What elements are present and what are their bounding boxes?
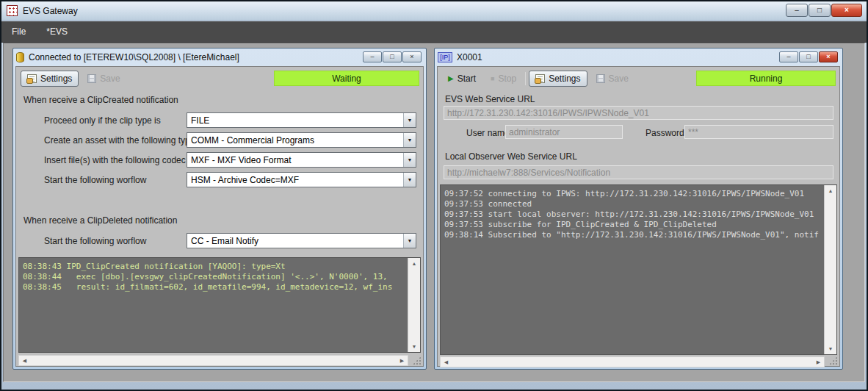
left-window-title: Connected to [ETEREW10\SQL2008] \ [Etere…	[29, 52, 358, 62]
left-window-titlebar[interactable]: Connected to [ETEREW10\SQL2008] \ [Etere…	[13, 49, 426, 65]
clip-type-label: Proceed only if the clip type is	[44, 115, 161, 126]
observer-url-input[interactable]	[444, 165, 833, 179]
right-log-vscrollbar[interactable]: ▲ ▼	[824, 185, 836, 354]
deleted-workflow-combo[interactable]: CC - Email Notify ▼	[187, 233, 416, 248]
right-window-titlebar[interactable]: [IP] X0001 – □ ×	[435, 49, 842, 65]
save-icon	[596, 74, 605, 83]
chevron-down-icon[interactable]: ▼	[403, 153, 416, 167]
maximize-icon: □	[817, 7, 822, 14]
username-input[interactable]	[505, 125, 623, 139]
save-label: Save	[609, 73, 629, 84]
main-titlebar[interactable]: EVS Gateway – □ ×	[1, 1, 867, 21]
log-line: 09:37:52 connecting to IPWS: http://172.…	[444, 189, 824, 199]
stop-button[interactable]: ■ Stop	[485, 71, 522, 86]
right-log-output: 09:37:52 connecting to IPWS: http://172.…	[440, 184, 837, 355]
minimize-icon: –	[795, 7, 799, 14]
maximize-icon: □	[390, 54, 394, 60]
chevron-down-icon[interactable]: ▼	[403, 133, 416, 147]
log-line: 08:38:43 IPD_ClipCreated notification [Y…	[23, 262, 408, 272]
menu-evs[interactable]: *EVS	[36, 23, 78, 40]
app-grid-icon	[7, 5, 18, 16]
resize-grip[interactable]	[828, 356, 838, 365]
database-icon	[16, 52, 24, 62]
chevron-down-icon[interactable]: ▼	[403, 113, 416, 127]
log-line: 09:37:53 connected	[444, 199, 824, 209]
deleted-workflow-label: Start the following worflow	[44, 236, 146, 246]
scroll-right-icon[interactable]: ▶	[397, 356, 408, 365]
settings-label: Settings	[549, 73, 580, 84]
evs-url-input[interactable]	[444, 106, 833, 120]
left-window-client: Settings Save Waiting When receive a Cli…	[15, 66, 424, 367]
chevron-down-icon[interactable]: ▼	[403, 234, 416, 248]
resize-grip[interactable]	[412, 356, 422, 365]
close-icon: ×	[410, 54, 413, 60]
left-log-output: 08:38:43 IPD_ClipCreated notification [Y…	[18, 257, 421, 353]
left-close-button[interactable]: ×	[402, 51, 422, 62]
close-button[interactable]: ×	[831, 4, 862, 17]
right-maximize-button[interactable]: □	[799, 51, 818, 62]
save-button[interactable]: Save	[590, 71, 634, 86]
right-window: [IP] X0001 – □ × ▶ Start ■ Stop	[434, 48, 843, 370]
right-log-hscrollbar[interactable]: ◀ ▶	[440, 356, 825, 367]
minimize-icon: –	[370, 54, 374, 60]
password-input[interactable]	[684, 125, 833, 139]
settings-button[interactable]: Settings	[21, 71, 79, 87]
password-label: Password	[645, 128, 684, 138]
start-button[interactable]: ▶ Start	[442, 71, 482, 86]
scroll-left-icon[interactable]: ◀	[19, 356, 30, 365]
right-minimize-button[interactable]: –	[779, 51, 798, 62]
left-log-vscrollbar[interactable]: ▲ ▼	[408, 258, 420, 352]
codec-label: Insert file(s) with the following codec	[44, 155, 186, 165]
minimize-icon: –	[786, 54, 790, 60]
asset-type-label: Create an asset with the following type	[44, 135, 195, 146]
chevron-down-icon[interactable]: ▼	[403, 173, 416, 187]
right-window-client: ▶ Start ■ Stop Settings Save	[437, 66, 840, 367]
log-line: 09:38:14 Subscribed to "http://172.31.23…	[444, 230, 824, 240]
scroll-left-icon[interactable]: ◀	[441, 357, 452, 367]
clip-type-combo[interactable]: FILE ▼	[187, 112, 416, 128]
scroll-down-icon[interactable]: ▼	[408, 341, 420, 352]
maximize-button[interactable]: □	[809, 4, 831, 17]
left-log-hscrollbar[interactable]: ◀ ▶	[18, 355, 408, 366]
asset-type-combo[interactable]: COMM - Commercial Programs ▼	[187, 132, 416, 148]
scroll-up-icon[interactable]: ▲	[408, 258, 420, 269]
menubar: File *EVS	[1, 21, 867, 43]
log-line: 08:38:44 exec [dbo].[evsgwy_clipCreatedN…	[23, 272, 408, 282]
status-badge: Waiting	[274, 71, 419, 86]
scroll-up-icon[interactable]: ▲	[825, 185, 836, 196]
scroll-down-icon[interactable]: ▼	[825, 343, 836, 354]
codec-combo[interactable]: MXF - MXF Video Format ▼	[187, 152, 416, 168]
save-button[interactable]: Save	[82, 71, 126, 86]
asset-type-value: COMM - Commercial Programs	[187, 135, 403, 146]
start-label: Start	[457, 73, 476, 84]
settings-button[interactable]: Settings	[529, 71, 587, 87]
observer-url-label: Local Observer Web Service URL	[445, 151, 577, 162]
play-icon: ▶	[448, 75, 454, 82]
username-label: User name	[466, 128, 510, 138]
left-window: Connected to [ETEREW10\SQL2008] \ [Etere…	[12, 48, 427, 370]
evs-url-label: EVS Web Service URL	[445, 94, 535, 104]
left-minimize-button[interactable]: –	[363, 51, 382, 62]
settings-icon	[27, 74, 37, 83]
deleted-workflow-value: CC - Email Notify	[187, 236, 403, 246]
mdi-area: Connected to [ETEREW10\SQL2008] \ [Etere…	[3, 43, 865, 382]
log-line: 09:37:53 subscribe for IPD_ClipCreated &…	[444, 220, 824, 230]
scroll-right-icon[interactable]: ▶	[813, 357, 824, 367]
ip-icon: [IP]	[438, 52, 452, 62]
clipcreated-section-label: When receive a ClipCreated notification	[23, 95, 178, 105]
maximize-icon: □	[806, 54, 810, 60]
clipdeleted-section-label: When receive a ClipDeleted notification	[23, 215, 177, 226]
stop-icon: ■	[491, 76, 494, 82]
main-window: EVS Gateway – □ × File *EVS Connected to…	[0, 0, 868, 391]
menu-file[interactable]: File	[1, 23, 36, 40]
close-icon: ×	[845, 7, 849, 14]
codec-value: MXF - MXF Video Format	[187, 155, 403, 165]
workflow-label: Start the following worflow	[44, 175, 146, 185]
left-maximize-button[interactable]: □	[383, 51, 402, 62]
log-line: 08:38:45 result: id_filmati=602, id_meta…	[23, 282, 408, 293]
right-close-button[interactable]: ×	[819, 51, 838, 62]
status-badge: Running	[696, 71, 836, 86]
log-line: 09:37:53 start local observer: http://17…	[444, 209, 824, 220]
workflow-combo[interactable]: HSM - Archive Codec=MXF ▼	[187, 172, 416, 187]
minimize-button[interactable]: –	[786, 4, 808, 17]
